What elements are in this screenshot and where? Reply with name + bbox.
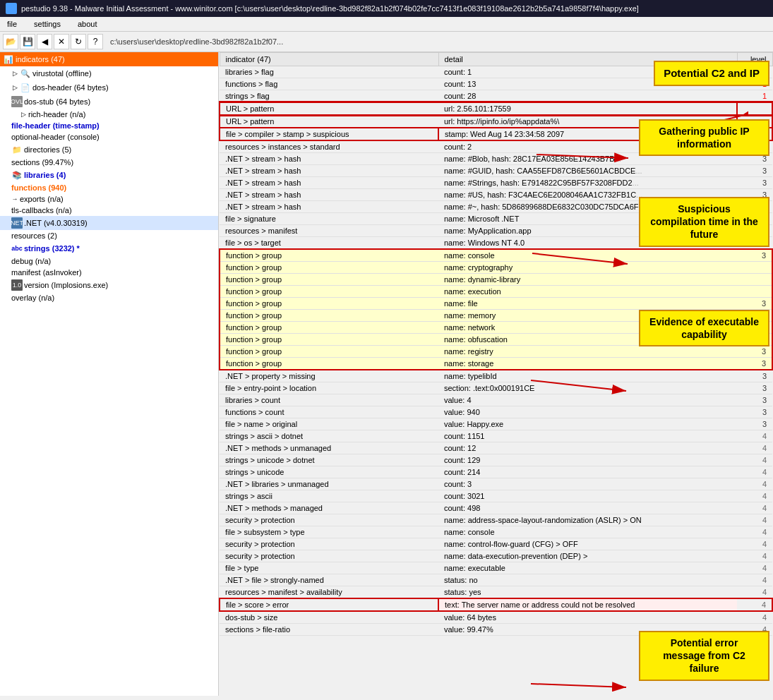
sidebar-item-strings[interactable]: abc strings (3232) * xyxy=(0,241,218,255)
annotation-potential-error: Potential error message from C2 failure xyxy=(639,631,769,681)
menu-settings[interactable]: settings xyxy=(30,18,65,30)
table-row-func-group: function > group name: execution xyxy=(220,286,772,298)
table-row-url1: URL > pattern url: 2.56.101:17559 xyxy=(220,102,772,115)
sidebar-item-optional-header[interactable]: optional-header (console) xyxy=(0,131,218,143)
sidebar-item-dos-stub[interactable]: OVL dos-stub (64 bytes) xyxy=(0,95,218,109)
annotation-evidence: Evidence of executable capability xyxy=(639,310,769,346)
sidebar-item-manifest[interactable]: manifest (asInvoker) xyxy=(0,267,218,278)
table-row: libraries > count value: 4 3 xyxy=(220,394,772,406)
annotation-gathering: Gathering public IP information xyxy=(639,119,769,156)
content-area: indicator (47) detail level libraries > … xyxy=(219,52,773,696)
table-row: strings > ascii count: 3021 4 xyxy=(220,490,772,502)
annotation-c2: Potential C2 and IP xyxy=(654,61,769,86)
sidebar-item-dotnet[interactable]: NET .NET (v4.0.30319) xyxy=(0,216,218,230)
dotnet-icon: NET xyxy=(11,217,23,229)
sidebar-item-rich-header[interactable]: ▷ rich-header (n/a) xyxy=(0,109,218,120)
table-row: strings > unicode > dotnet count: 129 4 xyxy=(220,454,772,466)
sidebar: 📊 indicators (47) ▷ 🔍 virustotal (offlin… xyxy=(0,52,219,696)
path-bar: c:\users\user\desktop\redline-3bd982f82a… xyxy=(110,37,283,46)
sidebar-item-version[interactable]: 1.0 version (Implosions.exe) xyxy=(0,278,218,292)
title-text: pestudio 9.38 - Malware Initial Assessme… xyxy=(21,4,639,13)
annotation-suspicious: Suspicious compilation time in the futur… xyxy=(639,197,769,247)
sidebar-item-indicators[interactable]: 📊 indicators (47) xyxy=(0,52,218,66)
table-row: .NET > methods > unmanaged count: 12 4 xyxy=(220,442,772,454)
table-row: .NET > stream > hash name: #GUID, hash: … xyxy=(220,165,772,177)
table-row-func-group: function > group name: registry 3 xyxy=(220,346,772,358)
libraries-icon: 📚 xyxy=(11,169,23,181)
sidebar-item-functions[interactable]: functions (940) xyxy=(0,182,218,193)
toolbar-back[interactable]: ◀ xyxy=(37,34,52,49)
table-row: security > protection name: control-flow… xyxy=(220,538,772,550)
sidebar-item-overlay[interactable]: overlay (n/a) xyxy=(0,292,218,303)
table-row-func-group: function > group name: cryptography xyxy=(220,262,772,274)
toolbar-refresh[interactable]: ↻ xyxy=(71,34,86,49)
toolbar-open[interactable]: 📂 xyxy=(3,34,18,49)
table-row: security > protection name: data-executi… xyxy=(220,550,772,562)
table-row-func-group: function > group name: storage 3 xyxy=(220,358,772,370)
table-row: file > entry-point > location section: .… xyxy=(220,382,772,394)
sidebar-item-directories[interactable]: 📁 directories (5) xyxy=(0,143,218,157)
main-layout: 📊 indicators (47) ▷ 🔍 virustotal (offlin… xyxy=(0,52,773,696)
sidebar-item-dos-header[interactable]: ▷ 📄 dos-header (64 bytes) xyxy=(0,80,218,95)
sidebar-item-tls-callbacks[interactable]: tls-callbacks (n/a) xyxy=(0,205,218,216)
table-row-func-group: function > group name: console 3 xyxy=(220,249,772,262)
table-row: file > type name: executable 4 xyxy=(220,562,772,574)
directories-icon: 📁 xyxy=(11,144,23,155)
sidebar-item-resources[interactable]: resources (2) xyxy=(0,230,218,241)
app-icon xyxy=(6,3,17,14)
table-row: .NET > property > missing name: typelibI… xyxy=(220,370,772,382)
table-row: strings > flag count: 28 1 xyxy=(220,90,772,103)
table-row: file > name > original value: Happy.exe … xyxy=(220,418,772,430)
table-row: .NET > libraries > unmanaged count: 3 4 xyxy=(220,478,772,490)
table-row: dos-stub > size value: 64 bytes 4 xyxy=(220,611,772,624)
table-row: file > subsystem > type name: console 4 xyxy=(220,526,772,538)
virustotal-icon: 🔍 xyxy=(20,68,31,79)
table-row: .NET > stream > hash name: #Strings, has… xyxy=(220,177,772,189)
sidebar-item-exports[interactable]: → exports (n/a) xyxy=(0,193,218,205)
toolbar-save[interactable]: 💾 xyxy=(20,34,35,49)
table-row: strings > ascii > dotnet count: 1151 4 xyxy=(220,430,772,442)
table-row: .NET > methods > managed count: 498 4 xyxy=(220,502,772,514)
title-bar: pestudio 9.38 - Malware Initial Assessme… xyxy=(0,0,773,17)
table-row-func-group: function > group name: file 3 xyxy=(220,298,772,310)
table-row: resources > manifest > availability stat… xyxy=(220,586,772,599)
table-row: security > protection name: address-spac… xyxy=(220,514,772,526)
menu-about[interactable]: about xyxy=(73,18,102,30)
col-indicator: indicator (47) xyxy=(220,53,438,66)
version-icon: 1.0 xyxy=(11,279,23,291)
toolbar-stop[interactable]: ✕ xyxy=(54,34,69,49)
indicators-icon: 📊 xyxy=(3,54,14,65)
table-row: functions > count value: 940 3 xyxy=(220,406,772,418)
dos-stub-icon: OVL xyxy=(11,96,23,107)
table-row: strings > unicode count: 214 4 xyxy=(220,466,772,478)
sidebar-item-virustotal[interactable]: ▷ 🔍 virustotal (offline) xyxy=(0,66,218,80)
sidebar-item-debug[interactable]: debug (n/a) xyxy=(0,255,218,267)
toolbar: 📂 💾 ◀ ✕ ↻ ? c:\users\user\desktop\redlin… xyxy=(0,32,773,52)
dos-header-icon: 📄 xyxy=(20,82,31,93)
sidebar-item-libraries[interactable]: 📚 libraries (4) xyxy=(0,168,218,182)
strings-icon: abc xyxy=(11,243,23,254)
table-row-error: file > score > error text: The server na… xyxy=(220,598,772,611)
sidebar-item-sections[interactable]: sections (99.47%) xyxy=(0,157,218,168)
table-row: .NET > file > strongly-named status: no … xyxy=(220,574,772,586)
table-row-func-group: function > group name: dynamic-library xyxy=(220,274,772,286)
menu-file[interactable]: file xyxy=(3,18,21,30)
menu-bar: file settings about xyxy=(0,17,773,32)
sidebar-item-file-header[interactable]: file-header (time-stamp) xyxy=(0,120,218,131)
toolbar-help[interactable]: ? xyxy=(88,34,103,49)
